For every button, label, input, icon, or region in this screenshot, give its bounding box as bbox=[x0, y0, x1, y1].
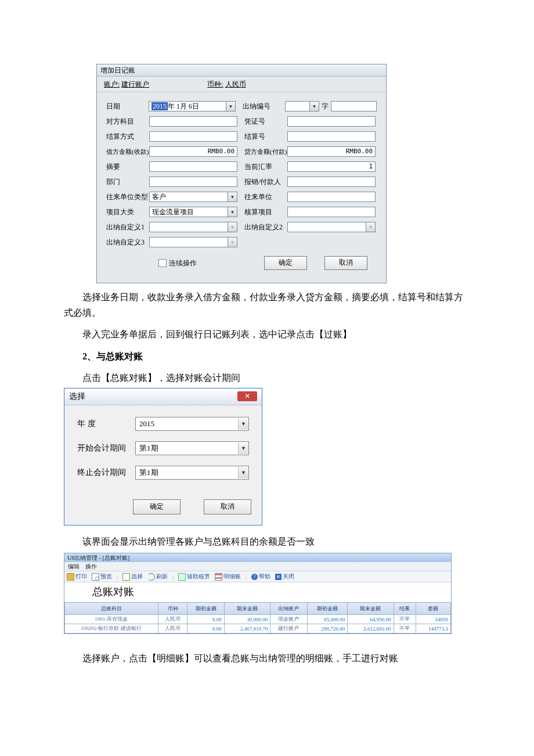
chevron-down-icon[interactable]: ▼ bbox=[228, 192, 237, 201]
chevron-down-icon[interactable]: ▼ bbox=[238, 442, 248, 454]
select-period-dialog: 选择 ✕ 年 度 2015 ▼ 开始会计期间 第1期 ▼ 终止会计期间 bbox=[64, 388, 262, 525]
cell: 64,950.00 bbox=[348, 615, 394, 624]
column-header[interactable]: 期末金额 bbox=[348, 603, 394, 615]
column-header[interactable]: 币种 bbox=[158, 603, 187, 615]
cust2-select: ▼ bbox=[287, 222, 376, 232]
paragraph: 该界面会显示出纳管理各账户与总账科目的余额是否一致 bbox=[64, 534, 470, 549]
cell: 290,720.00 bbox=[307, 624, 348, 633]
payee-input[interactable] bbox=[287, 177, 376, 187]
reconciliation-window: U8出纳管理 - [总账对账] 编辑 操作 打印 预览 | 选择 刷新 | 辅助… bbox=[64, 553, 452, 634]
unit-type-select[interactable]: 客户 ▼ bbox=[149, 192, 237, 202]
dialog-title: 增加日记账 bbox=[97, 64, 386, 77]
cell: 2,612,693.00 bbox=[348, 624, 394, 633]
cell: 144773.3 bbox=[416, 624, 450, 633]
cell: 0.00 bbox=[187, 624, 224, 633]
proj-cat-select[interactable]: 现金流量项目 ▼ bbox=[149, 207, 237, 217]
cashier-no-input[interactable] bbox=[331, 101, 377, 111]
start-period-select[interactable]: 第1期 ▼ bbox=[135, 441, 249, 455]
unit-input[interactable] bbox=[287, 192, 376, 202]
cell: 人民币 bbox=[158, 615, 187, 624]
chevron-down-icon[interactable]: ▼ bbox=[238, 467, 248, 478]
end-period-select[interactable]: 第1期 ▼ bbox=[135, 466, 249, 480]
menubar[interactable]: 编辑 操作 bbox=[64, 562, 451, 571]
tool-print[interactable]: 打印 bbox=[67, 573, 87, 581]
dept-input[interactable] bbox=[149, 177, 237, 187]
chevron-down-icon[interactable]: ▼ bbox=[226, 102, 235, 111]
cell: 现金账户 bbox=[270, 615, 307, 624]
menu-op[interactable]: 操作 bbox=[85, 563, 97, 570]
settle-no-input[interactable] bbox=[287, 131, 376, 142]
tool-select[interactable]: 选择 bbox=[122, 573, 143, 581]
chevron-down-icon[interactable]: ▼ bbox=[309, 102, 319, 111]
tool-close[interactable]: ✕关闭 bbox=[275, 573, 294, 581]
column-header[interactable]: 期末金额 bbox=[224, 603, 270, 615]
chevron-down-icon: ▼ bbox=[228, 237, 237, 247]
cashier-no-suffix: 字 bbox=[322, 102, 329, 111]
credit-label: 贷方金额(付款) bbox=[244, 147, 287, 156]
column-header[interactable]: 差额 bbox=[416, 603, 450, 615]
column-header[interactable]: 期初金额 bbox=[187, 603, 224, 615]
cashier-prefix-select[interactable]: ▼ bbox=[285, 101, 319, 111]
cell: 2,467,919.70 bbox=[224, 624, 270, 633]
ok-button[interactable]: 确定 bbox=[264, 256, 307, 270]
tool-detail[interactable]: 明细账 bbox=[215, 573, 241, 581]
date-label: 日期 bbox=[106, 102, 149, 111]
table-row[interactable]: 1001-库存现金人民币0.0030,900.00现金账户65,000.0064… bbox=[65, 615, 451, 624]
continuous-label: 连续操作 bbox=[169, 258, 197, 268]
tool-preview[interactable]: 预览 bbox=[92, 573, 112, 581]
cell: 65,000.00 bbox=[307, 615, 348, 624]
cell: 30,900.00 bbox=[224, 615, 270, 624]
chevron-down-icon: ▼ bbox=[366, 222, 375, 232]
window-title: U8出纳管理 - [总账对账] bbox=[64, 553, 451, 562]
debit-label: 借方金额(收款) bbox=[106, 147, 149, 156]
cust3-select: ▼ bbox=[149, 237, 237, 247]
chevron-down-icon: ▼ bbox=[228, 222, 237, 232]
account-label: 账户: bbox=[104, 80, 120, 88]
column-header[interactable]: 出纳账户 bbox=[270, 603, 307, 615]
column-header[interactable]: 期初金额 bbox=[307, 603, 348, 615]
currency-value: 人民币 bbox=[225, 80, 246, 88]
cell: 34050 bbox=[416, 615, 450, 624]
tool-refresh[interactable]: 刷新 bbox=[147, 573, 168, 581]
cell: 人民币 bbox=[158, 624, 187, 633]
settle-method-input[interactable] bbox=[149, 131, 237, 142]
start-period-label: 开始会计期间 bbox=[77, 443, 135, 453]
debit-input[interactable]: RMB0.00 bbox=[149, 146, 237, 157]
voucher-no-input[interactable] bbox=[287, 116, 376, 127]
column-header[interactable]: 总账科目 bbox=[65, 603, 158, 615]
column-header[interactable]: 结果 bbox=[394, 603, 416, 615]
cancel-button[interactable]: 取消 bbox=[204, 499, 251, 514]
ok-button[interactable]: 确定 bbox=[133, 499, 181, 514]
year-label: 年 度 bbox=[77, 419, 135, 429]
account-value: 建行账户 bbox=[121, 80, 149, 88]
year-select[interactable]: 2015 ▼ bbox=[135, 417, 249, 431]
chevron-down-icon[interactable]: ▼ bbox=[238, 418, 248, 430]
settle-no-label: 结算号 bbox=[244, 132, 287, 142]
cell: 建行账户 bbox=[270, 624, 307, 633]
dept-label: 部门 bbox=[106, 177, 149, 187]
cust2-label: 出纳自定义2 bbox=[244, 222, 287, 232]
rate-input[interactable]: 1 bbox=[287, 161, 376, 172]
tool-help[interactable]: ?帮助 bbox=[251, 573, 270, 581]
table-row[interactable]: 100202-银行存款-建设银行人民币0.002,467,919.70建行账户2… bbox=[65, 624, 451, 633]
continuous-checkbox[interactable] bbox=[158, 259, 167, 267]
cancel-button[interactable]: 取消 bbox=[324, 256, 367, 270]
credit-input[interactable]: RMB0.00 bbox=[287, 146, 376, 157]
proj-label: 核算项目 bbox=[244, 207, 287, 217]
dialog-title: 选择 bbox=[69, 391, 85, 402]
chevron-down-icon[interactable]: ▼ bbox=[228, 207, 237, 217]
opp-subject-input[interactable] bbox=[149, 116, 237, 127]
close-icon[interactable]: ✕ bbox=[237, 391, 257, 401]
proj-input[interactable] bbox=[287, 207, 376, 217]
cell: 100202-银行存款-建设银行 bbox=[65, 624, 158, 633]
opp-subject-label: 对方科目 bbox=[106, 117, 149, 127]
unit-label: 往来单位 bbox=[244, 192, 287, 202]
date-select[interactable]: 2015年 1月 6日 ▼ bbox=[149, 101, 236, 111]
proj-cat-label: 项目大类 bbox=[106, 207, 149, 217]
tool-aux[interactable]: 辅助核算 bbox=[178, 573, 210, 581]
payee-label: 报销/付款人 bbox=[244, 177, 287, 187]
summary-label: 摘要 bbox=[106, 162, 149, 172]
menu-edit[interactable]: 编辑 bbox=[68, 563, 80, 570]
paragraph: 点击【总账对账】，选择对账会计期间 bbox=[64, 370, 470, 386]
summary-input[interactable] bbox=[149, 161, 237, 172]
